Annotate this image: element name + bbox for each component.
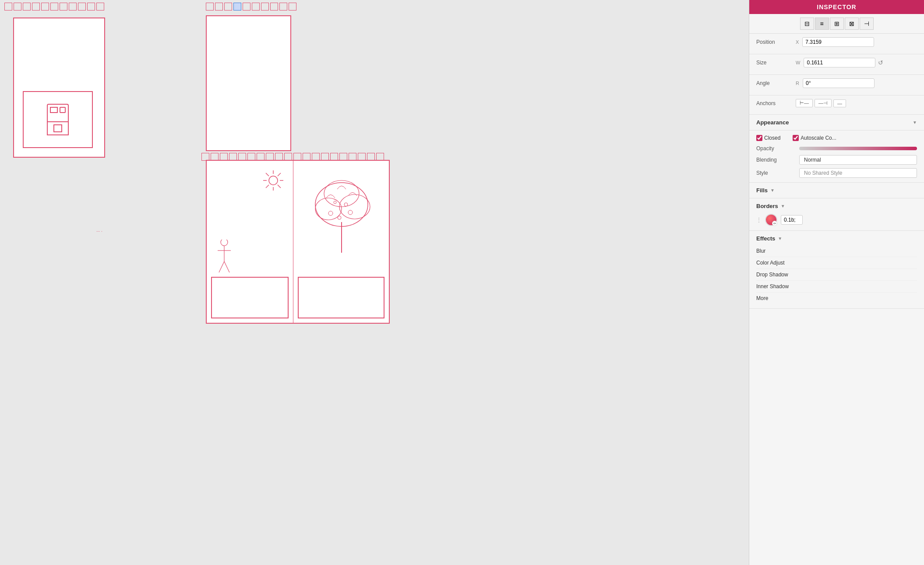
left-panel — [13, 18, 105, 158]
inspector-panel: INSPECTOR ⊟ ≡ ⊞ ⊠ ⊣ Position X Size W ↺ — [749, 0, 924, 565]
anchor-btn-1[interactable]: ⊢— — [796, 99, 813, 107]
mid-sq-7[interactable] — [261, 3, 269, 11]
mid-sq-3[interactable] — [224, 3, 232, 11]
blending-row: Blending Normal — [756, 155, 917, 165]
svg-point-22 — [344, 203, 348, 206]
mid-sq-10[interactable] — [289, 3, 296, 11]
blending-value[interactable]: Normal — [799, 155, 917, 165]
toolbar-sq-8[interactable] — [69, 3, 77, 11]
toolbar-sq-11[interactable] — [96, 3, 104, 11]
size-row: Size W ↺ — [756, 58, 917, 67]
border-width-input[interactable] — [781, 215, 803, 225]
anchor-btn-3[interactable]: — — [833, 99, 846, 107]
toolbar-sq-6[interactable] — [50, 3, 58, 11]
borders-header[interactable]: Borders ▼ — [756, 203, 917, 209]
svg-point-15 — [315, 183, 368, 226]
mid-sq-8[interactable] — [270, 3, 278, 11]
angle-input[interactable] — [803, 78, 875, 88]
svg-point-9 — [221, 240, 228, 246]
svg-point-16 — [315, 198, 342, 220]
align-bottom-btn[interactable]: ⊣ — [860, 18, 874, 30]
icon-top — [47, 104, 69, 135]
toolbar-sq-3[interactable] — [23, 3, 31, 11]
svg-line-7 — [278, 173, 281, 176]
mid-sq-6[interactable] — [252, 3, 260, 11]
appearance-section-header[interactable]: Appearance ▼ — [749, 115, 924, 131]
effect-drop-shadow[interactable]: Drop Shadow — [756, 269, 917, 281]
align-toolbar: ⊟ ≡ ⊞ ⊠ ⊣ — [749, 14, 924, 34]
icon-inner-3 — [53, 124, 62, 132]
icon-shape-lower — [47, 122, 69, 135]
svg-line-13 — [224, 261, 229, 272]
toolbar-sq-1[interactable] — [4, 3, 12, 11]
mid-sq-5[interactable] — [243, 3, 250, 11]
size-input-group: W ↺ — [796, 58, 917, 67]
border-item: ⋮ ✏ — [756, 214, 917, 226]
svg-line-8 — [266, 185, 269, 188]
size-w-input[interactable] — [804, 58, 875, 67]
bottom-right-panel — [293, 161, 389, 323]
icon-inner-1 — [50, 107, 58, 113]
effect-inner-shadow-label: Inner Shadow — [756, 283, 789, 290]
resize-lock-icon[interactable]: ↺ — [878, 59, 883, 66]
icon-shape-upper — [47, 104, 69, 121]
appearance-checkboxes: Closed Autoscale Co... — [756, 135, 917, 141]
svg-point-23 — [334, 201, 336, 204]
closed-checkbox[interactable] — [756, 135, 762, 141]
size-label: Size — [756, 60, 796, 66]
align-middle-btn[interactable]: ⊠ — [845, 18, 859, 30]
position-section: Position X — [749, 34, 924, 54]
anchor-btn-2[interactable]: —⊣ — [815, 99, 832, 107]
bottom-panels-container — [206, 160, 390, 324]
canvas-area: ... . — [0, 0, 749, 565]
svg-line-6 — [278, 185, 281, 188]
r-prefix: R — [796, 81, 799, 86]
effect-blur-label: Blur — [756, 248, 765, 254]
effect-color-adjust[interactable]: Color Adjust — [756, 257, 917, 269]
svg-line-5 — [266, 173, 269, 176]
angle-row: Angle R — [756, 78, 917, 88]
effect-blur[interactable]: Blur — [756, 245, 917, 257]
effect-more[interactable]: More — [756, 293, 917, 304]
edit-color-icon[interactable]: ✏ — [772, 221, 777, 226]
autoscale-checkbox[interactable] — [793, 135, 799, 141]
icon-inner-2 — [60, 107, 66, 113]
toolbar-sq-5[interactable] — [41, 3, 49, 11]
style-value[interactable]: No Shared Style — [799, 168, 917, 178]
position-input-group: X — [796, 37, 917, 47]
align-top-btn[interactable]: ⊞ — [830, 18, 844, 30]
mid-sq-1[interactable] — [206, 3, 214, 11]
toolbar-sq-7[interactable] — [60, 3, 67, 11]
size-section: Size W ↺ — [749, 54, 924, 75]
effects-chevron-icon: ▼ — [778, 236, 782, 241]
border-color-swatch[interactable]: ✏ — [765, 214, 777, 226]
anchors-section: Anchors ⊢— —⊣ — — [749, 95, 924, 115]
opacity-slider[interactable] — [799, 147, 917, 150]
position-x-input[interactable] — [802, 37, 874, 47]
mid-sq-2[interactable] — [215, 3, 223, 11]
position-row: Position X — [756, 37, 917, 47]
align-left-btn[interactable]: ⊟ — [800, 18, 814, 30]
figure-icon — [215, 240, 233, 275]
w-prefix: W — [796, 60, 800, 65]
toolbar-sq-10[interactable] — [87, 3, 95, 11]
position-label: Position — [756, 39, 796, 45]
toolbar-sq-2[interactable] — [14, 3, 21, 11]
anchor-buttons: ⊢— —⊣ — — [796, 99, 846, 107]
fills-header[interactable]: Fills ▼ — [756, 187, 917, 194]
toolbar-sq-4[interactable] — [32, 3, 40, 11]
mid-sq-9[interactable] — [279, 3, 287, 11]
inspector-header: INSPECTOR — [749, 0, 924, 14]
style-label: Style — [756, 170, 796, 176]
fills-chevron-icon: ▼ — [770, 188, 775, 193]
mid-top-toolbar — [201, 0, 301, 13]
align-center-btn[interactable]: ≡ — [815, 18, 829, 30]
effect-inner-shadow[interactable]: Inner Shadow — [756, 281, 917, 293]
sun-icon — [262, 170, 284, 191]
effects-header[interactable]: Effects ▼ — [756, 235, 917, 242]
icon-group — [47, 104, 69, 135]
svg-point-18 — [324, 180, 359, 207]
toolbar-sq-9[interactable] — [78, 3, 86, 11]
angle-label: Angle — [756, 80, 796, 86]
mid-sq-4-selected[interactable] — [233, 3, 241, 11]
